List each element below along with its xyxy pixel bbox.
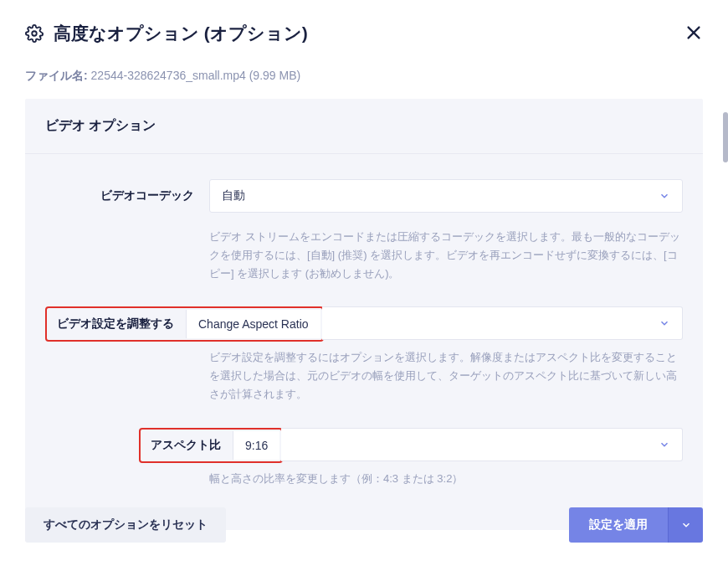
gear-icon [25, 24, 44, 43]
video-codec-help: ビデオ ストリームをエンコードまたは圧縮するコーデックを選択します。最も一般的な… [209, 228, 683, 283]
video-codec-label: ビデオコーデック [100, 188, 194, 203]
apply-settings-dropdown[interactable] [668, 507, 703, 543]
chevron-down-icon [659, 317, 670, 329]
chevron-down-icon [659, 190, 670, 202]
aspect-ratio-select[interactable] [281, 428, 683, 461]
video-adjust-value-hl: Change Aspect Ratio [186, 310, 320, 338]
video-adjust-highlight: ビデオ設定を調整する Change Aspect Ratio [45, 306, 324, 342]
video-adjust-help: ビデオ設定を調整するにはオプションを選択します。解像度またはアスペクト比を変更す… [209, 348, 683, 404]
chevron-down-icon [659, 439, 670, 450]
aspect-ratio-label: アスペクト比 [151, 438, 221, 453]
video-options-panel: ビデオ オプション ビデオコーデック 自動 [25, 99, 703, 530]
video-adjust-select[interactable] [322, 306, 683, 340]
svg-point-0 [32, 31, 37, 36]
aspect-ratio-highlight: アスペクト比 9:16 [139, 428, 283, 463]
video-adjust-label: ビデオ設定を調整する [57, 316, 174, 332]
close-icon[interactable] [684, 23, 703, 42]
page-title: 高度なオプション (オプション) [54, 22, 308, 45]
apply-settings-button[interactable]: 設定を適用 [569, 507, 668, 543]
video-options-heading: ビデオ オプション [25, 99, 703, 154]
reset-options-button[interactable]: すべてのオプションをリセット [25, 507, 226, 543]
file-name-line: ファイル名: 22544-328624736_small.mp4 (9.99 M… [25, 69, 703, 84]
file-size-value: (9.99 MB) [249, 69, 300, 82]
video-codec-select[interactable]: 自動 [209, 179, 683, 213]
scrollbar-thumb[interactable] [723, 112, 728, 162]
aspect-ratio-help: 幅と高さの比率を変更します（例：4:3 または 3:2） [209, 470, 683, 488]
file-name-label: ファイル名: [25, 69, 88, 82]
aspect-ratio-value-hl: 9:16 [233, 431, 279, 460]
chevron-down-icon [680, 519, 692, 531]
video-codec-value: 自動 [222, 188, 245, 203]
file-name-value: 22544-328624736_small.mp4 [91, 69, 246, 82]
